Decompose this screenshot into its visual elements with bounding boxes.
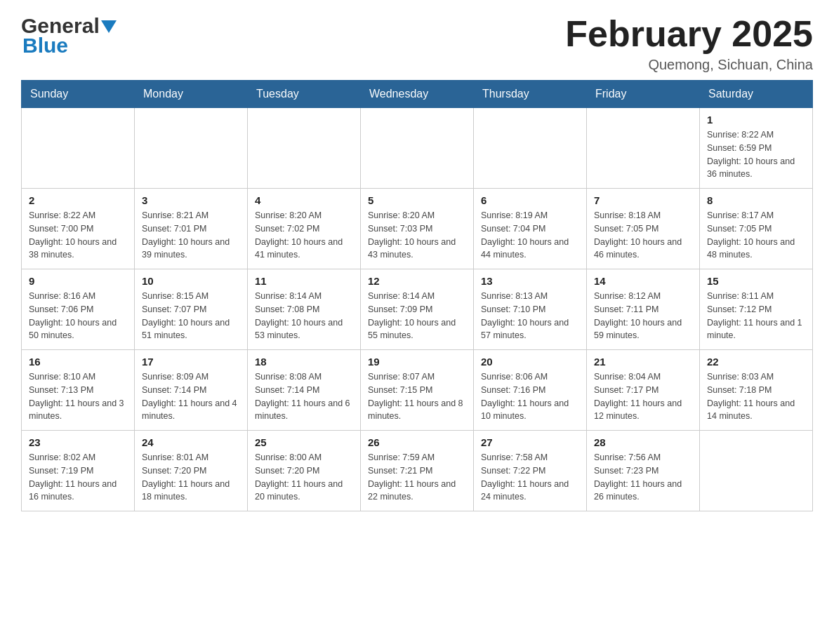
table-row [587, 108, 700, 189]
day-number: 7 [594, 194, 692, 206]
day-info: Sunrise: 7:56 AM Sunset: 7:23 PM Dayligh… [594, 451, 692, 504]
day-info: Sunrise: 8:00 AM Sunset: 7:20 PM Dayligh… [255, 451, 353, 504]
calendar-week-row: 23Sunrise: 8:02 AM Sunset: 7:19 PM Dayli… [22, 431, 813, 511]
day-info: Sunrise: 7:58 AM Sunset: 7:22 PM Dayligh… [481, 451, 579, 504]
table-row [248, 108, 361, 189]
day-info: Sunrise: 8:04 AM Sunset: 7:17 PM Dayligh… [594, 370, 692, 423]
day-number: 15 [707, 275, 805, 287]
day-number: 24 [142, 436, 240, 448]
logo-blue-text: Blue [21, 34, 117, 58]
day-number: 23 [29, 436, 127, 448]
table-row: 3Sunrise: 8:21 AM Sunset: 7:01 PM Daylig… [135, 189, 248, 269]
day-info: Sunrise: 8:22 AM Sunset: 6:59 PM Dayligh… [707, 128, 805, 181]
title-area: February 2025 Quemong, Sichuan, China [565, 14, 813, 73]
col-wednesday: Wednesday [361, 81, 474, 108]
day-info: Sunrise: 8:03 AM Sunset: 7:18 PM Dayligh… [707, 370, 805, 423]
table-row: 6Sunrise: 8:19 AM Sunset: 7:04 PM Daylig… [474, 189, 587, 269]
day-number: 19 [368, 356, 466, 368]
calendar-header-row: Sunday Monday Tuesday Wednesday Thursday… [22, 81, 813, 108]
day-info: Sunrise: 8:11 AM Sunset: 7:12 PM Dayligh… [707, 290, 805, 342]
table-row: 12Sunrise: 8:14 AM Sunset: 7:09 PM Dayli… [361, 269, 474, 350]
table-row: 4Sunrise: 8:20 AM Sunset: 7:02 PM Daylig… [248, 189, 361, 269]
day-info: Sunrise: 8:18 AM Sunset: 7:05 PM Dayligh… [594, 209, 692, 262]
table-row [474, 108, 587, 189]
day-info: Sunrise: 8:06 AM Sunset: 7:16 PM Dayligh… [481, 370, 579, 423]
day-info: Sunrise: 8:01 AM Sunset: 7:20 PM Dayligh… [142, 451, 240, 504]
day-info: Sunrise: 8:16 AM Sunset: 7:06 PM Dayligh… [29, 290, 127, 342]
day-info: Sunrise: 8:09 AM Sunset: 7:14 PM Dayligh… [142, 370, 240, 423]
logo: General Blue [21, 14, 117, 58]
day-number: 17 [142, 356, 240, 368]
table-row: 1Sunrise: 8:22 AM Sunset: 6:59 PM Daylig… [700, 108, 813, 189]
table-row: 11Sunrise: 8:14 AM Sunset: 7:08 PM Dayli… [248, 269, 361, 350]
day-number: 18 [255, 356, 353, 368]
day-info: Sunrise: 8:17 AM Sunset: 7:05 PM Dayligh… [707, 209, 805, 262]
day-number: 11 [255, 275, 353, 287]
table-row: 23Sunrise: 8:02 AM Sunset: 7:19 PM Dayli… [22, 431, 135, 511]
day-number: 22 [707, 356, 805, 368]
table-row: 20Sunrise: 8:06 AM Sunset: 7:16 PM Dayli… [474, 350, 587, 431]
day-info: Sunrise: 8:10 AM Sunset: 7:13 PM Dayligh… [29, 370, 127, 423]
calendar-week-row: 1Sunrise: 8:22 AM Sunset: 6:59 PM Daylig… [22, 108, 813, 189]
table-row: 14Sunrise: 8:12 AM Sunset: 7:11 PM Dayli… [587, 269, 700, 350]
day-info: Sunrise: 8:20 AM Sunset: 7:02 PM Dayligh… [255, 209, 353, 262]
day-info: Sunrise: 8:21 AM Sunset: 7:01 PM Dayligh… [142, 209, 240, 262]
calendar-week-row: 16Sunrise: 8:10 AM Sunset: 7:13 PM Dayli… [22, 350, 813, 431]
day-info: Sunrise: 8:02 AM Sunset: 7:19 PM Dayligh… [29, 451, 127, 504]
day-number: 14 [594, 275, 692, 287]
table-row [22, 108, 135, 189]
table-row: 7Sunrise: 8:18 AM Sunset: 7:05 PM Daylig… [587, 189, 700, 269]
table-row: 26Sunrise: 7:59 AM Sunset: 7:21 PM Dayli… [361, 431, 474, 511]
table-row: 10Sunrise: 8:15 AM Sunset: 7:07 PM Dayli… [135, 269, 248, 350]
day-number: 25 [255, 436, 353, 448]
day-info: Sunrise: 8:12 AM Sunset: 7:11 PM Dayligh… [594, 290, 692, 342]
table-row: 24Sunrise: 8:01 AM Sunset: 7:20 PM Dayli… [135, 431, 248, 511]
table-row: 15Sunrise: 8:11 AM Sunset: 7:12 PM Dayli… [700, 269, 813, 350]
day-number: 20 [481, 356, 579, 368]
day-number: 12 [368, 275, 466, 287]
table-row [361, 108, 474, 189]
month-title: February 2025 [565, 14, 813, 54]
calendar-week-row: 2Sunrise: 8:22 AM Sunset: 7:00 PM Daylig… [22, 189, 813, 269]
day-info: Sunrise: 8:08 AM Sunset: 7:14 PM Dayligh… [255, 370, 353, 423]
col-friday: Friday [587, 81, 700, 108]
day-number: 26 [368, 436, 466, 448]
day-info: Sunrise: 8:13 AM Sunset: 7:10 PM Dayligh… [481, 290, 579, 342]
table-row: 17Sunrise: 8:09 AM Sunset: 7:14 PM Dayli… [135, 350, 248, 431]
table-row: 27Sunrise: 7:58 AM Sunset: 7:22 PM Dayli… [474, 431, 587, 511]
day-number: 8 [707, 194, 805, 206]
day-info: Sunrise: 8:14 AM Sunset: 7:08 PM Dayligh… [255, 290, 353, 342]
col-tuesday: Tuesday [248, 81, 361, 108]
day-number: 21 [594, 356, 692, 368]
location-text: Quemong, Sichuan, China [565, 57, 813, 73]
day-info: Sunrise: 8:15 AM Sunset: 7:07 PM Dayligh… [142, 290, 240, 342]
day-info: Sunrise: 8:14 AM Sunset: 7:09 PM Dayligh… [368, 290, 466, 342]
table-row: 13Sunrise: 8:13 AM Sunset: 7:10 PM Dayli… [474, 269, 587, 350]
table-row [135, 108, 248, 189]
table-row: 22Sunrise: 8:03 AM Sunset: 7:18 PM Dayli… [700, 350, 813, 431]
day-info: Sunrise: 7:59 AM Sunset: 7:21 PM Dayligh… [368, 451, 466, 504]
table-row: 8Sunrise: 8:17 AM Sunset: 7:05 PM Daylig… [700, 189, 813, 269]
day-number: 9 [29, 275, 127, 287]
day-info: Sunrise: 8:22 AM Sunset: 7:00 PM Dayligh… [29, 209, 127, 262]
day-number: 13 [481, 275, 579, 287]
col-sunday: Sunday [22, 81, 135, 108]
day-info: Sunrise: 8:20 AM Sunset: 7:03 PM Dayligh… [368, 209, 466, 262]
day-number: 2 [29, 194, 127, 206]
day-number: 5 [368, 194, 466, 206]
day-number: 28 [594, 436, 692, 448]
day-info: Sunrise: 8:07 AM Sunset: 7:15 PM Dayligh… [368, 370, 466, 423]
table-row: 21Sunrise: 8:04 AM Sunset: 7:17 PM Dayli… [587, 350, 700, 431]
day-number: 16 [29, 356, 127, 368]
table-row: 18Sunrise: 8:08 AM Sunset: 7:14 PM Dayli… [248, 350, 361, 431]
table-row: 19Sunrise: 8:07 AM Sunset: 7:15 PM Dayli… [361, 350, 474, 431]
day-number: 1 [707, 114, 805, 126]
svg-marker-0 [101, 20, 117, 33]
table-row [700, 431, 813, 511]
page-header: General Blue February 2025 Quemong, Sich… [21, 14, 813, 73]
col-monday: Monday [135, 81, 248, 108]
day-info: Sunrise: 8:19 AM Sunset: 7:04 PM Dayligh… [481, 209, 579, 262]
day-number: 4 [255, 194, 353, 206]
table-row: 2Sunrise: 8:22 AM Sunset: 7:00 PM Daylig… [22, 189, 135, 269]
day-number: 6 [481, 194, 579, 206]
